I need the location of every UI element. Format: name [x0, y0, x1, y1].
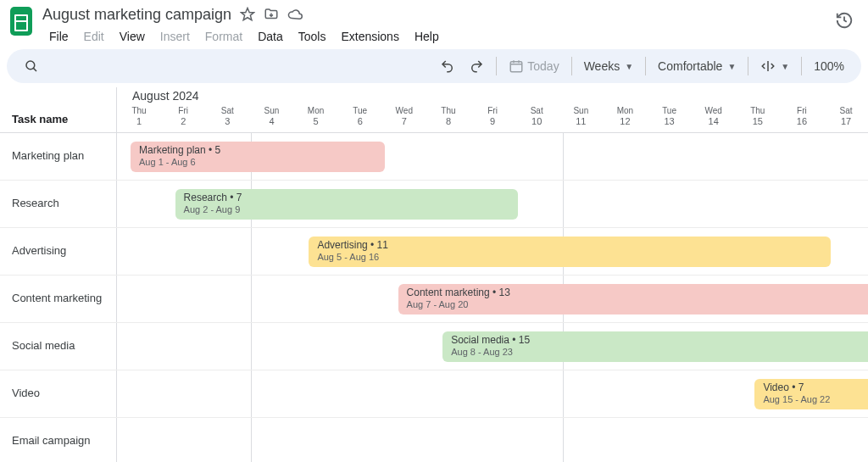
- day-column: Fri2: [161, 87, 205, 132]
- density-selector[interactable]: Comfortable▼: [653, 56, 741, 76]
- day-column: Thu15: [736, 87, 780, 132]
- day-column: Sun11: [559, 87, 603, 132]
- toolbar: Today Weeks▼ Comfortable▼ ▼ 100%: [7, 49, 861, 83]
- timeline-header-row: Task name August 2024 Thu1Fri2Sat3Sun4Mo…: [0, 87, 868, 133]
- density-label: Comfortable: [658, 59, 722, 73]
- task-row-label[interactable]: Research: [0, 181, 117, 227]
- menu-insert[interactable]: Insert: [153, 27, 197, 46]
- today-button[interactable]: Today: [504, 55, 564, 77]
- task-bar-dates: Aug 8 - Aug 23: [451, 347, 868, 357]
- menu-file[interactable]: File: [42, 27, 75, 46]
- task-bar-dates: Aug 15 - Aug 22: [763, 394, 868, 404]
- separator: [748, 57, 748, 75]
- task-bar-title: Content marketing • 13: [407, 287, 868, 298]
- menu-edit[interactable]: Edit: [77, 27, 111, 46]
- day-column: Sun4: [249, 87, 293, 132]
- day-column: Sat10: [515, 87, 559, 132]
- svg-rect-3: [511, 62, 523, 72]
- sheets-logo[interactable]: [8, 5, 34, 37]
- task-bar[interactable]: Video • 7Aug 15 - Aug 22: [754, 379, 868, 409]
- day-columns: August 2024 Thu1Fri2Sat3Sun4Mon5Tue6Wed7…: [117, 87, 868, 132]
- task-row: Marketing planMarketing plan • 5Aug 1 - …: [0, 133, 868, 181]
- task-row-label[interactable]: Marketing plan: [0, 133, 117, 180]
- task-row: AdvertisingAdvertising • 11Aug 5 - Aug 1…: [0, 228, 868, 276]
- scale-selector[interactable]: Weeks▼: [579, 56, 638, 76]
- separator: [801, 57, 802, 75]
- task-row-label[interactable]: Email campaign: [0, 418, 117, 462]
- task-row-label[interactable]: Content marketing: [0, 276, 117, 322]
- task-row-chart[interactable]: Content marketing • 13Aug 7 - Aug 20: [117, 276, 868, 322]
- task-row: VideoVideo • 7Aug 15 - Aug 22: [0, 370, 868, 418]
- task-bar[interactable]: Advertising • 11Aug 5 - Aug 16: [309, 237, 830, 267]
- collapse-toggle[interactable]: ▼: [755, 55, 794, 77]
- task-row-label[interactable]: Social media: [0, 323, 117, 370]
- task-row-label[interactable]: Video: [0, 370, 117, 417]
- svg-line-2: [33, 68, 36, 71]
- task-row-chart[interactable]: Advertising • 11Aug 5 - Aug 16: [117, 228, 868, 275]
- menu-extensions[interactable]: Extensions: [334, 27, 405, 46]
- task-row-chart[interactable]: Research • 7Aug 2 - Aug 9: [117, 181, 868, 227]
- task-bar[interactable]: Marketing plan • 5Aug 1 - Aug 6: [131, 142, 385, 172]
- search-icon[interactable]: [19, 55, 44, 77]
- undo-button[interactable]: [435, 55, 460, 77]
- task-bar-title: Research • 7: [184, 192, 510, 203]
- day-column: Fri9: [470, 87, 515, 132]
- task-bar-dates: Aug 1 - Aug 6: [139, 157, 376, 167]
- task-row-chart[interactable]: [117, 418, 868, 462]
- separator: [645, 57, 646, 75]
- timeline-body[interactable]: Marketing planMarketing plan • 5Aug 1 - …: [0, 133, 868, 462]
- chevron-down-icon: ▼: [727, 62, 736, 71]
- task-bar-title: Marketing plan • 5: [139, 144, 376, 156]
- menu-data[interactable]: Data: [251, 27, 290, 46]
- day-column: Tue6: [338, 87, 382, 132]
- move-folder-icon[interactable]: [264, 7, 279, 22]
- task-row: ResearchResearch • 7Aug 2 - Aug 9: [0, 181, 868, 228]
- document-title[interactable]: August marketing campaign: [42, 6, 231, 24]
- title-area: August marketing campaign FileEditViewIn…: [42, 5, 834, 46]
- day-column: Thu8: [426, 87, 470, 132]
- svg-point-1: [26, 61, 35, 70]
- chevron-down-icon: ▼: [625, 62, 633, 71]
- task-bar-title: Advertising • 11: [317, 239, 821, 251]
- menu-bar: FileEditViewInsertFormatDataToolsExtensi…: [42, 27, 834, 46]
- task-bar-title: Social media • 15: [451, 334, 868, 346]
- day-column: Wed7: [382, 87, 426, 132]
- task-row-chart[interactable]: Marketing plan • 5Aug 1 - Aug 6: [117, 133, 868, 180]
- task-bar-dates: Aug 5 - Aug 16: [317, 252, 821, 262]
- task-row: Social mediaSocial media • 15Aug 8 - Aug…: [0, 323, 868, 370]
- task-row-chart[interactable]: Video • 7Aug 15 - Aug 22: [117, 370, 868, 417]
- task-row: Email campaign: [0, 418, 868, 462]
- task-bar[interactable]: Research • 7Aug 2 - Aug 9: [175, 189, 519, 220]
- task-name-header[interactable]: Task name: [0, 87, 117, 132]
- task-row-chart[interactable]: Social media • 15Aug 8 - Aug 23: [117, 323, 868, 370]
- chevron-down-icon: ▼: [781, 62, 789, 71]
- task-bar-title: Video • 7: [763, 381, 868, 393]
- redo-button[interactable]: [464, 55, 489, 77]
- menu-help[interactable]: Help: [408, 27, 446, 46]
- svg-marker-0: [242, 8, 254, 20]
- day-column: Mon12: [603, 87, 647, 132]
- zoom-selector[interactable]: 100%: [809, 56, 849, 76]
- menu-view[interactable]: View: [113, 27, 152, 46]
- scale-label: Weeks: [584, 59, 620, 73]
- menu-tools[interactable]: Tools: [292, 27, 333, 46]
- day-column: Tue13: [648, 87, 692, 132]
- menu-format[interactable]: Format: [198, 27, 249, 46]
- task-bar[interactable]: Social media • 15Aug 8 - Aug 23: [442, 331, 868, 362]
- day-column: Thu1: [117, 87, 161, 132]
- version-history-icon[interactable]: [834, 10, 854, 31]
- today-label: Today: [527, 59, 559, 73]
- timeline-view: Task name August 2024 Thu1Fri2Sat3Sun4Mo…: [0, 86, 868, 462]
- day-column: Wed14: [692, 87, 736, 132]
- task-bar-dates: Aug 7 - Aug 20: [407, 299, 868, 309]
- day-column: Mon5: [294, 87, 338, 132]
- task-bar[interactable]: Content marketing • 13Aug 7 - Aug 20: [398, 284, 868, 314]
- star-icon[interactable]: [240, 7, 255, 22]
- day-column: Fri16: [780, 87, 824, 132]
- task-row: Content marketingContent marketing • 13A…: [0, 276, 868, 323]
- cloud-status-icon[interactable]: [287, 7, 303, 22]
- day-column: Sat3: [205, 87, 249, 132]
- task-bar-dates: Aug 2 - Aug 9: [184, 204, 510, 214]
- task-row-label[interactable]: Advertising: [0, 228, 117, 275]
- separator: [571, 57, 572, 75]
